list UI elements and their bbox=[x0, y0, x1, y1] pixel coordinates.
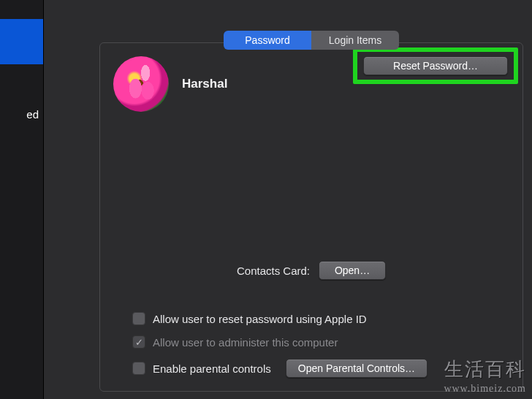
user-name: Harshal bbox=[182, 77, 227, 91]
sidebar-item-selected[interactable] bbox=[0, 19, 43, 64]
checkbox-apple-id-label: Allow user to reset password using Apple… bbox=[153, 313, 367, 325]
sidebar-item-label-fragment: ed bbox=[0, 108, 43, 121]
open-contacts-button[interactable]: Open… bbox=[319, 261, 386, 280]
tab-login-items[interactable]: Login Items bbox=[311, 31, 399, 50]
checkbox-apple-id[interactable] bbox=[132, 312, 145, 325]
avatar[interactable] bbox=[113, 56, 169, 112]
checkbox-row-admin: ✓ Allow user to administer this computer bbox=[132, 335, 428, 349]
checkbox-row-apple-id: Allow user to reset password using Apple… bbox=[132, 312, 428, 325]
checkbox-parental-label: Enable parental controls bbox=[153, 362, 271, 375]
open-parental-controls-button[interactable]: Open Parental Controls… bbox=[286, 359, 428, 378]
checkbox-admin: ✓ bbox=[132, 335, 145, 349]
tab-password[interactable]: Password bbox=[224, 31, 311, 50]
tab-bar: Password Login Items bbox=[224, 31, 399, 50]
checkbox-admin-label: Allow user to administer this computer bbox=[153, 336, 338, 349]
contacts-card-label: Contacts Card: bbox=[237, 265, 310, 277]
sidebar: ed bbox=[0, 0, 44, 399]
user-panel: Harshal Reset Password… Contacts Card: O… bbox=[99, 42, 523, 392]
checkbox-row-parental: Enable parental controls Open Parental C… bbox=[132, 359, 428, 378]
reset-password-button[interactable]: Reset Password… bbox=[363, 56, 508, 75]
checkbox-parental[interactable] bbox=[132, 362, 145, 375]
highlight-annotation: Reset Password… bbox=[353, 48, 518, 84]
